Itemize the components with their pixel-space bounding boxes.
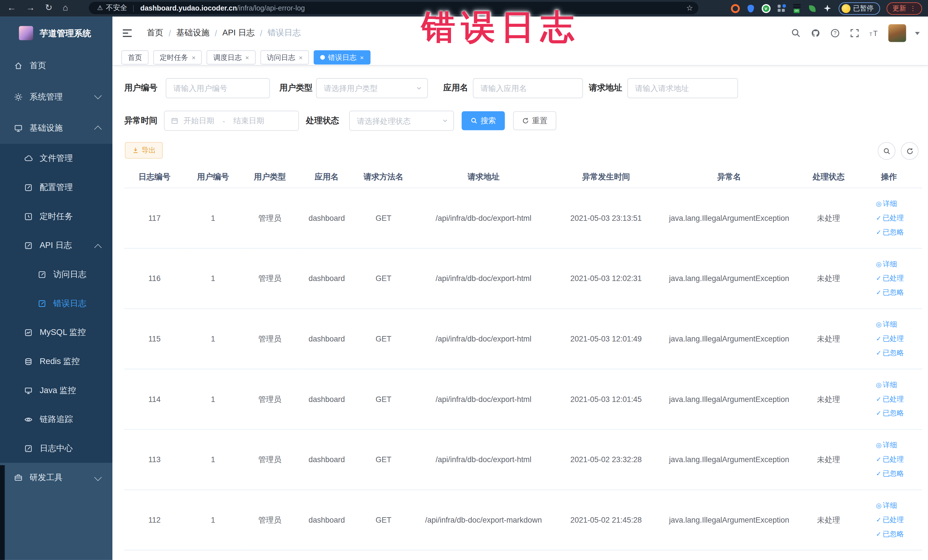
- exception-time-range-picker[interactable]: 开始日期 - 结束日期: [164, 111, 299, 131]
- eye-icon: [24, 415, 33, 424]
- tab-access-log[interactable]: 访问日志 ×: [261, 50, 309, 64]
- tab-scheduled-jobs[interactable]: 定时任务 ×: [153, 50, 202, 64]
- refresh-button[interactable]: [901, 142, 919, 160]
- sidebar-bottom-section: 研发工具: [0, 463, 112, 560]
- cell-exception: java.lang.IllegalArgumentException: [657, 309, 801, 369]
- sidebar-item-java-monitor[interactable]: Java 监控: [0, 376, 112, 405]
- font-size-icon[interactable]: TT: [869, 28, 879, 38]
- check-icon: ✓: [876, 275, 881, 282]
- sidebar-logo[interactable]: 芋道管理系统: [0, 17, 112, 50]
- extension-icon[interactable]: [746, 4, 755, 12]
- breadcrumb-api-log[interactable]: API 日志: [223, 28, 255, 38]
- close-icon[interactable]: ×: [299, 54, 302, 61]
- search-icon[interactable]: [791, 28, 801, 38]
- sidebar-item-mysql-monitor[interactable]: MySQL 监控: [0, 318, 112, 347]
- check-icon: ✓: [876, 516, 881, 524]
- sidebar-item-system[interactable]: 系统管理: [0, 81, 112, 112]
- sidebar: 芋道管理系统 首页 系统管理 基础设施: [0, 17, 112, 560]
- close-icon[interactable]: ×: [360, 54, 364, 61]
- detail-link[interactable]: ◎详细: [876, 319, 897, 330]
- user-menu-caret-icon[interactable]: [915, 32, 920, 35]
- logo-image: [19, 26, 33, 40]
- log-icon: [24, 241, 33, 250]
- sidebar-item-dev-tools[interactable]: 研发工具: [0, 463, 112, 492]
- profile-paused-badge[interactable]: 已暂停: [838, 2, 880, 15]
- browser-home-icon[interactable]: ⌂: [63, 2, 68, 12]
- detail-link[interactable]: ◎详细: [876, 441, 897, 450]
- sidebar-item-infra[interactable]: 基础设施: [0, 112, 112, 144]
- extension-icon[interactable]: [823, 4, 832, 12]
- mark-processed-link[interactable]: ✓已处理: [876, 273, 904, 283]
- sidebar-item-access-log[interactable]: 访问日志: [0, 260, 112, 289]
- reset-button[interactable]: 重置: [513, 111, 556, 130]
- sidebar-item-redis-monitor[interactable]: Redis 监控: [0, 347, 112, 376]
- toggle-search-button[interactable]: [878, 142, 896, 160]
- close-icon[interactable]: ×: [192, 54, 195, 61]
- sidebar-item-config-manage[interactable]: 配置管理: [0, 173, 112, 202]
- mark-processed-link[interactable]: ✓已处理: [876, 213, 904, 223]
- mark-ignored-link[interactable]: ✓已忽略: [876, 227, 904, 237]
- tab-error-log[interactable]: 错误日志 ×: [314, 50, 370, 64]
- sidebar-item-trace[interactable]: 链路追踪: [0, 405, 112, 434]
- user-avatar[interactable]: [888, 24, 906, 42]
- detail-link[interactable]: ◎详细: [876, 380, 897, 390]
- mark-ignored-link[interactable]: ✓已忽略: [876, 348, 904, 358]
- tab-schedule-log[interactable]: 调度日志 ×: [207, 50, 256, 64]
- mark-processed-link[interactable]: ✓已处理: [876, 515, 904, 525]
- extension-icon[interactable]: on: [792, 4, 801, 12]
- sidebar-toggle-icon[interactable]: [121, 27, 133, 39]
- cell-app-name: dashboard: [298, 248, 355, 309]
- sidebar-item-file-manage[interactable]: 文件管理: [0, 144, 112, 173]
- search-button[interactable]: 搜索: [462, 111, 505, 130]
- help-icon[interactable]: ?: [830, 28, 840, 38]
- export-button[interactable]: 导出: [125, 142, 163, 159]
- detail-link[interactable]: ◎详细: [876, 199, 897, 209]
- mark-ignored-link[interactable]: ✓已忽略: [876, 469, 904, 479]
- mark-processed-link[interactable]: ✓已处理: [876, 394, 904, 404]
- extension-icon[interactable]: [777, 4, 786, 12]
- browser-reload-icon[interactable]: ↻: [45, 2, 52, 13]
- not-secure-label: 不安全: [106, 3, 127, 13]
- breadcrumb-home[interactable]: 首页: [147, 28, 163, 38]
- cell-status: 未处理: [801, 369, 856, 430]
- browser-menu-icon[interactable]: ⋮: [910, 5, 916, 12]
- fullscreen-icon[interactable]: [849, 28, 860, 38]
- sidebar-item-log-center[interactable]: 日志中心: [0, 434, 112, 463]
- mark-ignored-link[interactable]: ✓已忽略: [876, 408, 904, 418]
- sidebar-item-error-log[interactable]: 错误日志: [0, 289, 112, 318]
- check-icon: ✓: [876, 530, 881, 538]
- detail-link[interactable]: ◎详细: [876, 259, 897, 269]
- github-icon[interactable]: [810, 28, 821, 38]
- mark-ignored-link[interactable]: ✓已忽略: [876, 529, 904, 539]
- request-url-input[interactable]: [627, 78, 738, 98]
- extension-icon[interactable]: v: [762, 4, 770, 12]
- mark-processed-link[interactable]: ✓已处理: [876, 455, 904, 464]
- table-row: 116 1 管理员 dashboard GET /api/infra/db-do…: [124, 248, 922, 309]
- app-name-input[interactable]: [473, 78, 583, 98]
- process-status-select-input[interactable]: [349, 111, 454, 131]
- bookmark-star-icon[interactable]: ☆: [686, 3, 693, 12]
- process-status-label: 处理状态: [306, 116, 339, 126]
- user-id-input[interactable]: [166, 78, 270, 98]
- user-type-select-input[interactable]: [316, 78, 428, 98]
- browser-update-button[interactable]: 更新 ⋮: [887, 2, 922, 15]
- sidebar-item-home[interactable]: 首页: [0, 50, 112, 81]
- browser-forward-icon[interactable]: →: [26, 2, 35, 12]
- mark-processed-link[interactable]: ✓已处理: [876, 334, 904, 344]
- address-bar[interactable]: ⚠ 不安全 | dashboard.yudao.iocoder.cn /infr…: [89, 2, 698, 14]
- tab-home[interactable]: 首页: [121, 50, 148, 64]
- user-type-select[interactable]: [316, 78, 428, 98]
- cell-user-type: 管理员: [241, 248, 298, 309]
- detail-link[interactable]: ◎详细: [876, 500, 897, 511]
- sidebar-item-scheduled-jobs[interactable]: 定时任务: [0, 202, 112, 231]
- extension-icon[interactable]: [807, 4, 817, 12]
- close-icon[interactable]: ×: [245, 54, 249, 61]
- extension-icon[interactable]: [731, 4, 739, 12]
- database-icon: [24, 357, 33, 366]
- browser-back-icon[interactable]: ←: [7, 2, 16, 12]
- sidebar-item-api-log[interactable]: API 日志: [0, 231, 112, 260]
- process-status-select[interactable]: [349, 111, 454, 131]
- breadcrumb-infra[interactable]: 基础设施: [176, 28, 209, 38]
- mark-ignored-link[interactable]: ✓已忽略: [876, 288, 904, 298]
- col-user-id: 用户编号: [185, 166, 241, 188]
